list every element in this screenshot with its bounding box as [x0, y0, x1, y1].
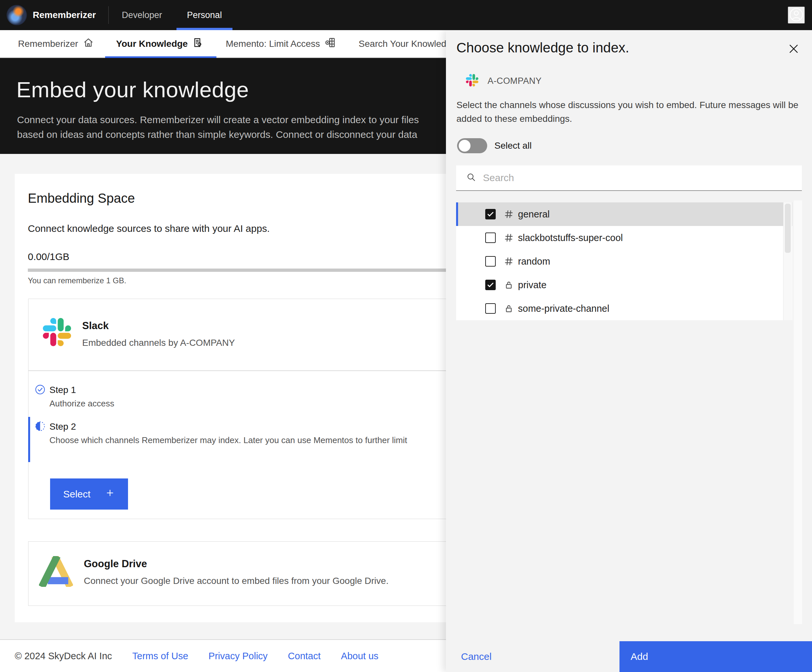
- slack-card-subtitle: Embedded channels by A-COMPANY: [82, 338, 235, 348]
- storage-usage-value: 0.00/1GB: [28, 251, 70, 262]
- channel-label: random: [518, 256, 550, 267]
- channel-list: general slackbotstuffs-super-cool random…: [456, 202, 792, 320]
- gdrive-card-title: Google Drive: [84, 558, 147, 570]
- channel-checkbox[interactable]: [485, 209, 496, 219]
- gdrive-card-subtitle: Connect your Google Drive account to emb…: [84, 576, 389, 586]
- footer-link-privacy[interactable]: Privacy Policy: [208, 651, 268, 662]
- channel-checkbox[interactable]: [485, 256, 496, 266]
- section-subtitle: Connect knowledge sources to share with …: [28, 223, 270, 234]
- channel-row[interactable]: some-private-channel: [456, 297, 792, 320]
- top-navbar: Rememberizer Developer Personal: [0, 0, 812, 30]
- cancel-button[interactable]: Cancel: [446, 641, 619, 672]
- step-1-label: Step 1: [49, 385, 76, 395]
- workspace-row: A-COMPANY: [466, 74, 542, 88]
- navbar-tabs: Developer Personal: [109, 0, 234, 30]
- footer-link-about[interactable]: About us: [341, 651, 378, 662]
- channel-label: private: [518, 280, 546, 290]
- select-button[interactable]: Select: [50, 478, 128, 510]
- list-scrollbar[interactable]: [783, 202, 792, 320]
- data-table-icon: [324, 37, 336, 51]
- select-button-label: Select: [63, 489, 90, 500]
- hero-title: Embed your knowledge: [16, 77, 249, 102]
- google-drive-logo-icon: [39, 556, 73, 588]
- selected-row-indicator: [456, 202, 458, 226]
- brand-name: Rememberizer: [33, 10, 96, 20]
- workspace-name: A-COMPANY: [488, 76, 542, 86]
- panel-title: Choose knowledge to index.: [456, 40, 629, 56]
- channel-checkbox[interactable]: [485, 280, 496, 290]
- in-progress-circle-icon: [35, 421, 46, 432]
- channel-row[interactable]: general: [456, 202, 792, 226]
- app-window: Rememberizer Developer Personal Remember…: [0, 0, 812, 672]
- subnav-item-your-knowledge[interactable]: Your Knowledge: [116, 30, 204, 57]
- checkmark-circle-icon: [35, 384, 46, 395]
- close-button[interactable]: [787, 43, 800, 56]
- step-2-description: Choose which channels Rememberizer may i…: [49, 435, 407, 445]
- storage-note: You can rememberize 1 GB.: [28, 276, 126, 285]
- plus-icon: [105, 488, 115, 500]
- footer-link-terms[interactable]: Terms of Use: [132, 651, 188, 662]
- channel-row[interactable]: private: [456, 273, 792, 297]
- subnav-item-search-your-knowledge[interactable]: Search Your Knowledge: [358, 30, 456, 57]
- select-all-toggle[interactable]: [457, 138, 487, 153]
- rememberizer-logo-image: [7, 5, 27, 25]
- choose-knowledge-panel: Choose knowledge to index. A-COMPANY Sel…: [446, 30, 812, 672]
- account-button[interactable]: [788, 7, 805, 24]
- hash-icon: [503, 233, 514, 243]
- panel-description: Select the channels whose discussions yo…: [456, 98, 803, 126]
- channel-label: slackbotstuffs-super-cool: [518, 232, 623, 243]
- search-input[interactable]: [476, 165, 802, 190]
- hash-icon: [503, 256, 514, 266]
- add-button-label: Add: [631, 651, 648, 662]
- channel-label: general: [518, 209, 550, 220]
- panel-scrollbar[interactable]: [794, 200, 802, 624]
- subnav-label: Search Your Knowledge: [358, 39, 456, 49]
- step-1-description: Authorize access: [49, 399, 114, 409]
- select-all-label: Select all: [495, 140, 532, 151]
- scrollbar-thumb[interactable]: [785, 204, 791, 253]
- tab-personal[interactable]: Personal: [174, 0, 234, 30]
- subnav-item-memento-limit-access[interactable]: Memento: Limit Access: [225, 30, 336, 57]
- slack-card-title: Slack: [82, 320, 109, 332]
- subnav-label: Your Knowledge: [116, 39, 188, 49]
- hero-description-line1: Connect your data sources. Rememberizer …: [17, 113, 419, 127]
- close-icon: [787, 43, 800, 56]
- add-button[interactable]: Add: [619, 641, 812, 672]
- slack-logo-icon: [43, 318, 71, 348]
- home-icon: [83, 37, 94, 50]
- lock-icon: [503, 304, 514, 314]
- step-2-label: Step 2: [49, 421, 76, 432]
- toggle-knob: [459, 140, 471, 152]
- subnav-label: Memento: Limit Access: [225, 39, 320, 49]
- channel-row[interactable]: random: [456, 249, 792, 273]
- section-title: Embedding Space: [28, 191, 135, 206]
- slack-workspace-icon: [466, 74, 478, 88]
- channel-search-box: [456, 165, 802, 191]
- channel-row[interactable]: slackbotstuffs-super-cool: [456, 226, 792, 249]
- hash-icon: [503, 209, 514, 219]
- channel-checkbox[interactable]: [485, 232, 496, 243]
- search-icon: [456, 172, 476, 184]
- footer-link-contact[interactable]: Contact: [288, 651, 321, 662]
- hero-description-line2: based on ideas and concepts rather than …: [17, 127, 419, 142]
- hero-description: Connect your data sources. Rememberizer …: [17, 113, 419, 142]
- select-all-row: Select all: [457, 138, 532, 153]
- subnav-item-rememberizer[interactable]: Rememberizer: [18, 30, 94, 57]
- channel-label: some-private-channel: [518, 303, 609, 314]
- tab-developer[interactable]: Developer: [109, 0, 174, 30]
- copyright-text: © 2024 SkyDeck AI Inc: [15, 651, 112, 662]
- channel-checkbox[interactable]: [485, 303, 496, 314]
- catalog-icon: [192, 37, 203, 50]
- subnav-label: Rememberizer: [18, 39, 78, 49]
- user-avatar-icon: [789, 7, 804, 23]
- navbar-divider: [108, 6, 109, 24]
- cancel-button-label: Cancel: [461, 651, 491, 662]
- lock-icon: [503, 280, 514, 290]
